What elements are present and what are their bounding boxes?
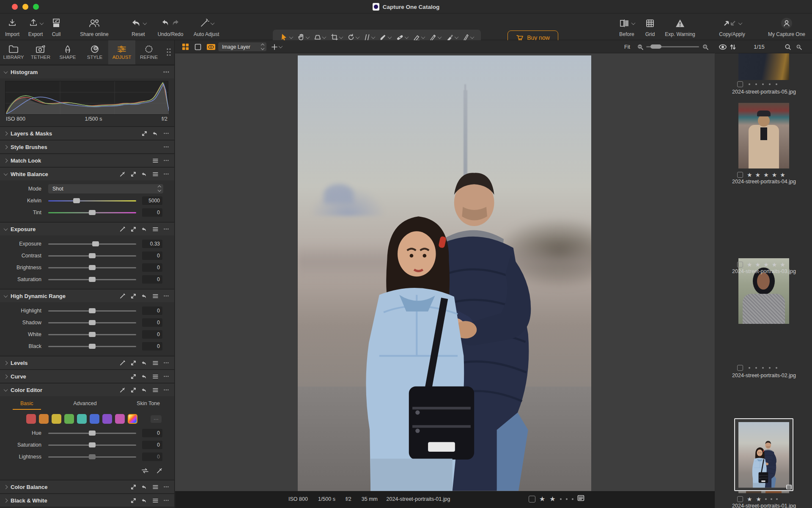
tab-adjust[interactable]: ADJUST [108, 40, 135, 64]
thumb-rating-row[interactable] [737, 171, 791, 179]
thumb-rating-row[interactable] [737, 261, 791, 268]
highlight-slider-thumb[interactable] [89, 308, 96, 313]
collapse-chevron-icon[interactable] [4, 171, 8, 176]
tab-refine[interactable]: REFINE [135, 40, 162, 64]
expand-chevron-icon[interactable] [4, 131, 8, 135]
my-capture-one-button[interactable]: My Capture One [765, 16, 809, 37]
thumb-filename[interactable]: 2024-street-portraits-03.jpg [723, 268, 805, 274]
curve-header[interactable]: Curve [0, 370, 174, 383]
panel-menu-icon[interactable] [151, 292, 159, 300]
grid-button[interactable]: Grid [640, 16, 660, 37]
panel-more-icon[interactable] [162, 170, 170, 178]
expand-panel-icon[interactable] [129, 170, 137, 178]
hue-slider[interactable] [48, 433, 136, 434]
auto-adjust-chevron-icon[interactable] [210, 21, 214, 25]
pick-checkbox[interactable] [737, 172, 743, 178]
contrast-slider[interactable] [48, 255, 136, 257]
swatch-green[interactable] [64, 414, 74, 424]
histogram-header[interactable]: Histogram [0, 66, 174, 78]
auto-wand-icon[interactable] [118, 292, 126, 300]
reset-panel-icon[interactable] [140, 386, 148, 394]
contrast-slider-thumb[interactable] [89, 253, 96, 258]
thumb-filename[interactable]: 2024-street-portraits-01.jpg [723, 503, 805, 508]
brightness-slider-thumb[interactable] [89, 265, 96, 270]
white-slider[interactable] [48, 334, 136, 335]
collapse-chevron-icon[interactable] [4, 226, 8, 231]
star-dot-icon[interactable] [560, 498, 562, 500]
contrast-value[interactable]: 0 [142, 251, 162, 260]
pick-checkbox[interactable] [529, 496, 535, 502]
color-balance-header[interactable]: Color Balance [0, 480, 174, 493]
saturation-value[interactable]: 0 [142, 275, 162, 284]
exposure-warning-button[interactable]: Exp. Warning [661, 16, 700, 37]
pick-checkbox[interactable] [737, 365, 743, 371]
expand-chevron-icon[interactable] [4, 158, 8, 163]
collapse-chevron-icon[interactable] [4, 387, 8, 392]
swatch-all-colors[interactable] [128, 414, 137, 424]
swatch-more-button[interactable]: ··· [151, 415, 162, 423]
tab-basic[interactable]: Basic [19, 397, 35, 410]
reset-panel-icon[interactable] [140, 359, 148, 367]
wb-picker-icon[interactable] [118, 170, 126, 178]
reset-panel-icon[interactable] [151, 130, 159, 137]
import-button[interactable]: Import [1, 16, 23, 37]
panel-menu-icon[interactable] [151, 386, 159, 394]
swatch-purple[interactable] [102, 414, 112, 424]
panel-menu-icon[interactable] [151, 225, 159, 233]
swatch-blue[interactable] [90, 414, 99, 424]
exposure-slider-thumb[interactable] [92, 241, 99, 246]
white-balance-header[interactable]: White Balance [0, 168, 174, 180]
thumbnail-street-portraits-05[interactable] [738, 53, 789, 80]
kelvin-slider-thumb[interactable] [73, 198, 80, 203]
reset-panel-icon[interactable] [140, 292, 148, 300]
expand-chevron-icon[interactable] [4, 485, 8, 489]
expand-panel-icon[interactable] [129, 359, 137, 367]
compare-colors-icon[interactable] [141, 467, 149, 475]
expand-panel-icon[interactable] [129, 292, 137, 300]
tab-library[interactable]: LIBRARY [0, 40, 27, 64]
expand-panel-icon[interactable] [129, 497, 137, 504]
single-view-button[interactable] [195, 40, 201, 53]
thumbnail-street-portraits-04[interactable] [738, 103, 789, 168]
match-look-header[interactable]: Match Look [0, 154, 174, 167]
expand-panel-icon[interactable] [129, 225, 137, 233]
wb-mode-select[interactable]: Shot [48, 184, 163, 193]
expand-chevron-icon[interactable] [4, 145, 8, 149]
before-button[interactable]: Before [613, 16, 640, 37]
tab-advanced[interactable]: Advanced [71, 397, 99, 410]
thumb-filename[interactable]: 2024-street-portraits-05.jpg [723, 89, 805, 95]
highlight-slider[interactable] [48, 310, 136, 312]
expand-panel-icon[interactable] [129, 483, 137, 491]
swatch-magenta[interactable] [115, 414, 125, 424]
export-button[interactable]: Export [23, 16, 48, 37]
style-brushes-header[interactable]: Style Brushes [0, 141, 174, 153]
black-value[interactable]: 0 [142, 342, 162, 351]
auto-wand-icon[interactable] [118, 359, 126, 367]
panel-more-icon[interactable] [162, 157, 170, 164]
expand-panel-icon[interactable] [140, 130, 148, 137]
exposure-slider[interactable] [48, 243, 136, 245]
before-chevron-icon[interactable] [631, 21, 635, 25]
highlight-value[interactable]: 0 [142, 306, 162, 315]
tint-slider-thumb[interactable] [89, 210, 96, 215]
loupe-zoom-icon[interactable] [796, 40, 802, 53]
ce-saturation-slider-thumb[interactable] [89, 442, 96, 447]
tab-shape[interactable]: SHAPE [54, 40, 81, 64]
hue-slider-thumb[interactable] [89, 431, 96, 436]
star-dot-icon[interactable] [572, 498, 573, 500]
reset-button[interactable]: Reset [124, 16, 153, 37]
sort-order-icon[interactable] [730, 40, 736, 53]
tint-slider[interactable] [48, 212, 136, 213]
undo-redo-button[interactable]: Undo/Redo [151, 16, 189, 37]
panel-menu-icon[interactable] [151, 497, 159, 504]
shadow-slider-thumb[interactable] [89, 320, 96, 325]
fit-zoom-label[interactable]: Fit [624, 40, 630, 53]
panel-menu-icon[interactable] [151, 359, 159, 367]
color-editor-header[interactable]: Color Editor [0, 384, 174, 396]
white-value[interactable]: 0 [142, 330, 162, 339]
collapse-chevron-icon[interactable] [4, 293, 8, 298]
add-layer-button[interactable] [272, 40, 282, 53]
panel-more-icon[interactable] [162, 497, 170, 504]
thumb-rating-row[interactable] [737, 81, 791, 87]
tint-value[interactable]: 0 [142, 208, 162, 217]
